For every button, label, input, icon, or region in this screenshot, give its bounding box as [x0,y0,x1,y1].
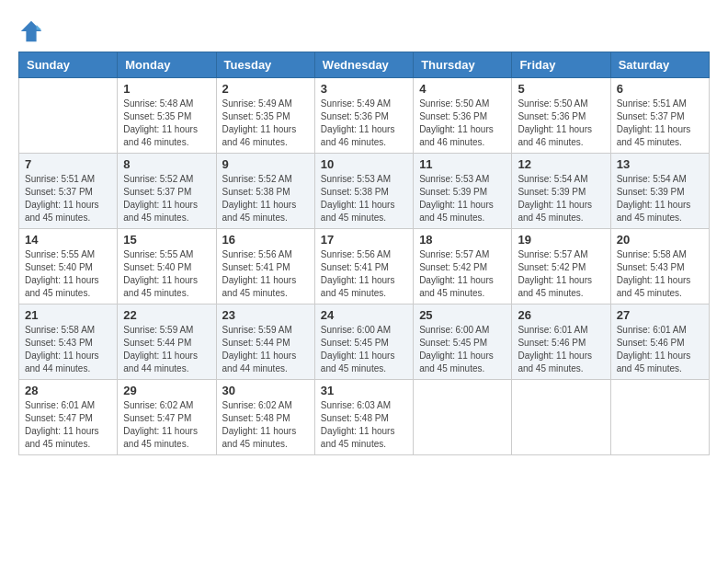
day-info: Sunrise: 5:52 AM Sunset: 5:38 PM Dayligh… [222,173,309,224]
calendar-week-row: 7Sunrise: 5:51 AM Sunset: 5:37 PM Daylig… [19,154,710,229]
day-info: Sunrise: 5:56 AM Sunset: 5:41 PM Dayligh… [222,248,309,300]
calendar-day-cell: 27Sunrise: 6:01 AM Sunset: 5:46 PM Dayli… [610,304,709,380]
day-info: Sunrise: 6:01 AM Sunset: 5:46 PM Dayligh… [518,324,604,375]
day-number: 9 [222,157,309,171]
day-number: 8 [123,157,210,171]
day-info: Sunrise: 5:49 AM Sunset: 5:35 PM Dayligh… [222,98,309,149]
calendar-day-cell: 19Sunrise: 5:57 AM Sunset: 5:42 PM Dayli… [512,229,610,304]
day-number: 12 [518,157,604,171]
day-info: Sunrise: 5:51 AM Sunset: 5:37 PM Dayligh… [25,173,111,224]
calendar-day-cell: 14Sunrise: 5:55 AM Sunset: 5:40 PM Dayli… [19,229,118,304]
calendar-day-cell: 16Sunrise: 5:56 AM Sunset: 5:41 PM Dayli… [216,229,314,304]
calendar-day-cell: 10Sunrise: 5:53 AM Sunset: 5:38 PM Dayli… [314,154,413,229]
day-number: 6 [617,82,703,96]
day-number: 31 [321,384,407,397]
calendar-day-cell: 21Sunrise: 5:58 AM Sunset: 5:43 PM Dayli… [19,304,118,380]
day-info: Sunrise: 5:58 AM Sunset: 5:43 PM Dayligh… [25,324,111,375]
day-info: Sunrise: 5:58 AM Sunset: 5:43 PM Dayligh… [617,248,703,300]
svg-marker-0 [21,21,41,41]
calendar-day-cell: 6Sunrise: 5:51 AM Sunset: 5:37 PM Daylig… [610,78,709,154]
day-number: 10 [321,157,407,171]
weekday-header: Saturday [610,52,709,78]
calendar-week-row: 21Sunrise: 5:58 AM Sunset: 5:43 PM Dayli… [19,304,710,380]
weekday-header: Thursday [414,52,512,78]
day-info: Sunrise: 5:49 AM Sunset: 5:36 PM Dayligh… [321,98,407,149]
day-info: Sunrise: 6:03 AM Sunset: 5:48 PM Dayligh… [321,399,407,451]
day-number: 18 [419,233,506,247]
day-number: 1 [123,82,210,96]
calendar-day-cell: 7Sunrise: 5:51 AM Sunset: 5:37 PM Daylig… [19,154,118,229]
calendar-day-cell: 28Sunrise: 6:01 AM Sunset: 5:47 PM Dayli… [19,380,118,455]
day-info: Sunrise: 5:55 AM Sunset: 5:40 PM Dayligh… [25,248,111,300]
calendar-day-cell: 12Sunrise: 5:54 AM Sunset: 5:39 PM Dayli… [512,154,610,229]
day-number: 19 [518,233,604,247]
day-number: 5 [518,82,604,96]
day-number: 14 [25,233,111,247]
svg-marker-1 [37,25,42,30]
day-number: 2 [222,82,309,96]
calendar-day-cell: 3Sunrise: 5:49 AM Sunset: 5:36 PM Daylig… [314,78,413,154]
page-header [18,18,710,44]
calendar-day-cell: 24Sunrise: 6:00 AM Sunset: 5:45 PM Dayli… [314,304,413,380]
calendar-table: SundayMondayTuesdayWednesdayThursdayFrid… [18,52,710,455]
calendar-header: SundayMondayTuesdayWednesdayThursdayFrid… [19,52,710,78]
day-number: 20 [617,233,703,247]
day-number: 29 [123,384,210,397]
day-number: 22 [123,308,210,322]
calendar-day-cell: 4Sunrise: 5:50 AM Sunset: 5:36 PM Daylig… [414,78,512,154]
calendar-week-row: 1Sunrise: 5:48 AM Sunset: 5:35 PM Daylig… [19,78,710,154]
weekday-header: Wednesday [314,52,413,78]
calendar-day-cell: 15Sunrise: 5:55 AM Sunset: 5:40 PM Dayli… [118,229,216,304]
day-number: 7 [25,157,111,171]
calendar-body: 1Sunrise: 5:48 AM Sunset: 5:35 PM Daylig… [19,78,710,455]
day-info: Sunrise: 6:00 AM Sunset: 5:45 PM Dayligh… [419,324,506,375]
calendar-day-cell: 11Sunrise: 5:53 AM Sunset: 5:39 PM Dayli… [414,154,512,229]
day-info: Sunrise: 5:54 AM Sunset: 5:39 PM Dayligh… [617,173,703,224]
logo [18,18,46,44]
day-number: 28 [25,384,111,397]
weekday-header: Tuesday [216,52,314,78]
calendar-day-cell: 26Sunrise: 6:01 AM Sunset: 5:46 PM Dayli… [512,304,610,380]
day-number: 3 [321,82,407,96]
calendar-day-cell: 18Sunrise: 5:57 AM Sunset: 5:42 PM Dayli… [414,229,512,304]
day-info: Sunrise: 5:50 AM Sunset: 5:36 PM Dayligh… [419,98,506,149]
calendar-day-cell: 5Sunrise: 5:50 AM Sunset: 5:36 PM Daylig… [512,78,610,154]
day-info: Sunrise: 5:56 AM Sunset: 5:41 PM Dayligh… [321,248,407,300]
day-number: 24 [321,308,407,322]
day-number: 30 [222,384,309,397]
calendar-day-cell [512,380,610,455]
day-info: Sunrise: 5:51 AM Sunset: 5:37 PM Dayligh… [617,98,703,149]
day-info: Sunrise: 6:02 AM Sunset: 5:47 PM Dayligh… [123,399,210,451]
day-number: 11 [419,157,506,171]
day-number: 15 [123,233,210,247]
calendar-day-cell: 22Sunrise: 5:59 AM Sunset: 5:44 PM Dayli… [118,304,216,380]
calendar-day-cell: 29Sunrise: 6:02 AM Sunset: 5:47 PM Dayli… [118,380,216,455]
day-info: Sunrise: 6:01 AM Sunset: 5:46 PM Dayligh… [617,324,703,375]
calendar-day-cell: 17Sunrise: 5:56 AM Sunset: 5:41 PM Dayli… [314,229,413,304]
day-number: 27 [617,308,703,322]
day-info: Sunrise: 5:54 AM Sunset: 5:39 PM Dayligh… [518,173,604,224]
day-info: Sunrise: 5:55 AM Sunset: 5:40 PM Dayligh… [123,248,210,300]
day-info: Sunrise: 5:57 AM Sunset: 5:42 PM Dayligh… [518,248,604,300]
calendar-day-cell: 25Sunrise: 6:00 AM Sunset: 5:45 PM Dayli… [414,304,512,380]
day-number: 25 [419,308,506,322]
day-info: Sunrise: 5:57 AM Sunset: 5:42 PM Dayligh… [419,248,506,300]
day-info: Sunrise: 5:53 AM Sunset: 5:39 PM Dayligh… [419,173,506,224]
calendar-day-cell [19,78,118,154]
calendar-day-cell: 30Sunrise: 6:02 AM Sunset: 5:48 PM Dayli… [216,380,314,455]
day-info: Sunrise: 6:02 AM Sunset: 5:48 PM Dayligh… [222,399,309,451]
day-info: Sunrise: 5:48 AM Sunset: 5:35 PM Dayligh… [123,98,210,149]
weekday-header: Friday [512,52,610,78]
weekday-header: Monday [118,52,216,78]
weekday-header: Sunday [19,52,118,78]
calendar-day-cell: 31Sunrise: 6:03 AM Sunset: 5:48 PM Dayli… [314,380,413,455]
day-number: 17 [321,233,407,247]
calendar-week-row: 28Sunrise: 6:01 AM Sunset: 5:47 PM Dayli… [19,380,710,455]
calendar-day-cell: 2Sunrise: 5:49 AM Sunset: 5:35 PM Daylig… [216,78,314,154]
calendar-day-cell: 9Sunrise: 5:52 AM Sunset: 5:38 PM Daylig… [216,154,314,229]
day-number: 23 [222,308,309,322]
header-row: SundayMondayTuesdayWednesdayThursdayFrid… [19,52,710,78]
day-info: Sunrise: 5:52 AM Sunset: 5:37 PM Dayligh… [123,173,210,224]
day-info: Sunrise: 5:53 AM Sunset: 5:38 PM Dayligh… [321,173,407,224]
day-number: 4 [419,82,506,96]
